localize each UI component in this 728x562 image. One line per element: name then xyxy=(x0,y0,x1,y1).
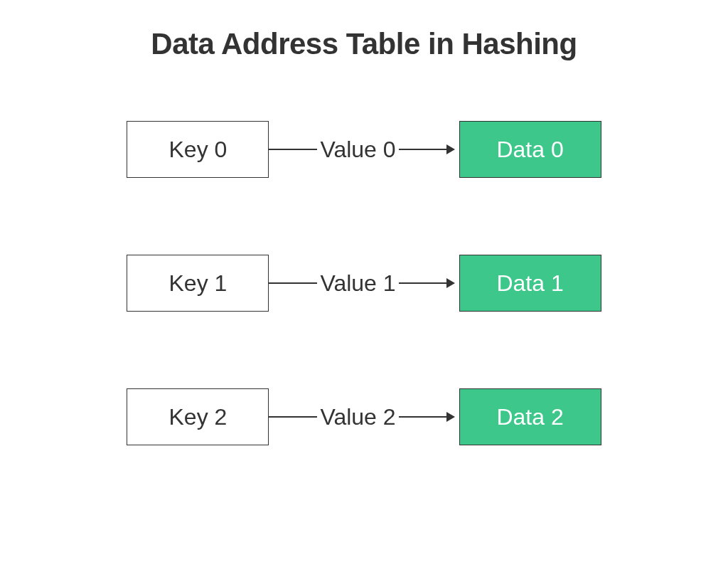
arrowhead-icon xyxy=(446,278,455,288)
arrow-key-to-value xyxy=(269,282,317,284)
arrow-line xyxy=(269,149,317,150)
key-box: Key 0 xyxy=(127,121,269,178)
arrowhead-icon xyxy=(446,144,455,154)
diagram-title: Data Address Table in Hashing xyxy=(0,27,728,61)
arrow-value-to-data xyxy=(399,144,455,154)
data-box: Data 1 xyxy=(459,255,601,312)
arrow-key-to-value xyxy=(269,416,317,418)
arrow-key-to-value xyxy=(269,149,317,150)
key-box: Key 1 xyxy=(127,255,269,312)
data-box: Data 0 xyxy=(459,121,601,178)
value-label: Value 1 xyxy=(317,270,398,297)
arrow-value-to-data xyxy=(399,412,455,422)
arrow-line xyxy=(399,149,447,150)
hash-row: Key 0 Value 0 Data 0 xyxy=(0,121,728,178)
value-label: Value 2 xyxy=(317,404,398,430)
data-box: Data 2 xyxy=(459,388,601,445)
arrowhead-icon xyxy=(446,412,455,422)
arrow-line xyxy=(269,416,317,418)
key-box: Key 2 xyxy=(127,388,269,445)
hash-row: Key 1 Value 1 Data 1 xyxy=(0,255,728,312)
hash-row: Key 2 Value 2 Data 2 xyxy=(0,388,728,445)
hashing-diagram: Key 0 Value 0 Data 0 Key 1 Value 1 Data … xyxy=(0,121,728,522)
arrow-line xyxy=(269,282,317,284)
arrow-line xyxy=(399,416,447,418)
arrow-value-to-data xyxy=(399,278,455,288)
value-label: Value 0 xyxy=(317,137,398,163)
arrow-line xyxy=(399,282,447,284)
